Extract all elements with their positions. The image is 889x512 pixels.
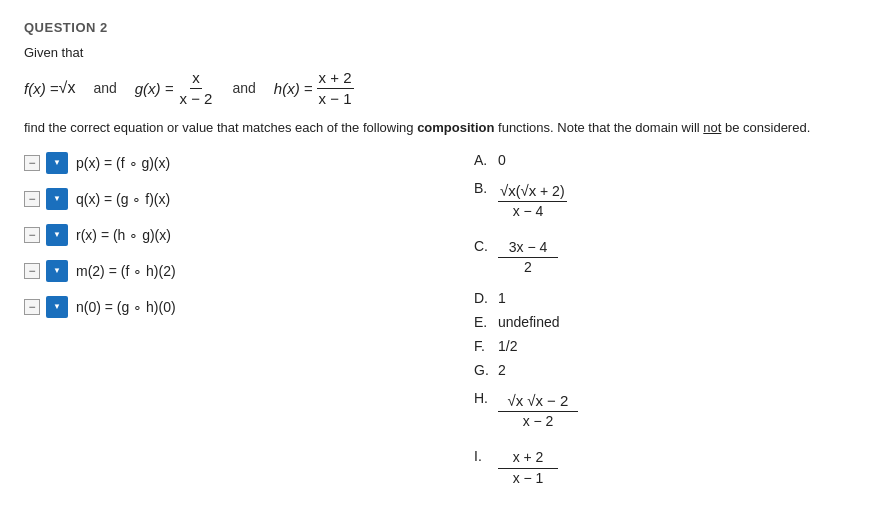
q-label-q: q(x) = (g ∘ f)(x) (76, 191, 170, 207)
answer-letter-i: I. (474, 448, 492, 464)
f-label: f(x) = (24, 80, 59, 97)
h-fraction: x + 2 x − 1 (317, 68, 354, 108)
q-label-n: n(0) = (g ∘ h)(0) (76, 299, 176, 315)
connector1: and (93, 80, 116, 96)
answer-content-b: √x(√x + 2) x − 4 (498, 180, 567, 222)
c-numerator: 3x − 4 (498, 238, 558, 259)
f-function: f(x) = √x (24, 79, 75, 97)
answer-letter-d: D. (474, 290, 492, 306)
question-item-p: − p(x) = (f ∘ g)(x) (24, 152, 444, 174)
minus-btn-p[interactable]: − (24, 155, 40, 171)
minus-btn-r[interactable]: − (24, 227, 40, 243)
question-item-r: − r(x) = (h ∘ g)(x) (24, 224, 444, 246)
drop-btn-q[interactable] (46, 188, 68, 210)
q-label-m: m(2) = (f ∘ h)(2) (76, 263, 176, 279)
answer-d: D. 1 (474, 290, 865, 306)
question-item-m: − m(2) = (f ∘ h)(2) (24, 260, 444, 282)
g-label: g(x) = (135, 80, 174, 97)
h-label: h(x) = (274, 80, 313, 97)
right-panel: A. 0 B. √x(√x + 2) x − 4 C. 3x − 4 2 D. … (444, 152, 865, 499)
question-item-q: − q(x) = (g ∘ f)(x) (24, 188, 444, 210)
instruction: find the correct equation or value that … (24, 118, 865, 138)
minus-btn-m[interactable]: − (24, 263, 40, 279)
connector2: and (232, 80, 255, 96)
answer-letter-b: B. (474, 180, 492, 196)
answer-c: C. 3x − 4 2 (474, 238, 865, 278)
answer-value-a: 0 (498, 152, 506, 168)
answer-content-h: √x √x − 2 x − 2 (498, 390, 578, 432)
answer-value-f: 1/2 (498, 338, 517, 354)
given-that: Given that (24, 45, 865, 60)
q-label-r: r(x) = (h ∘ g)(x) (76, 227, 171, 243)
h-numerator: √x √x − 2 (498, 390, 578, 413)
answer-value-e: undefined (498, 314, 560, 330)
f-sqrt: √x (59, 79, 76, 97)
answer-e: E. undefined (474, 314, 865, 330)
main-layout: − p(x) = (f ∘ g)(x) − q(x) = (g ∘ f)(x) … (24, 152, 865, 499)
g-fraction: x x − 2 (178, 68, 215, 108)
b-denominator: x − 4 (498, 202, 558, 222)
answer-i: I. x + 2 x − 1 (474, 448, 865, 488)
question-item-n: − n(0) = (g ∘ h)(0) (24, 296, 444, 318)
drop-btn-n[interactable] (46, 296, 68, 318)
answer-letter-h: H. (474, 390, 492, 406)
answer-letter-c: C. (474, 238, 492, 254)
answer-letter-e: E. (474, 314, 492, 330)
question-header: QUESTION 2 (24, 20, 865, 35)
functions-row: f(x) = √x and g(x) = x x − 2 and h(x) = … (24, 68, 865, 108)
b-numerator: √x(√x + 2) (498, 180, 567, 203)
answer-b: B. √x(√x + 2) x − 4 (474, 180, 865, 222)
answer-content-c: 3x − 4 2 (498, 238, 558, 278)
h-denominator: x − 1 (317, 89, 354, 109)
answer-letter-f: F. (474, 338, 492, 354)
answer-f: F. 1/2 (474, 338, 865, 354)
answer-g: G. 2 (474, 362, 865, 378)
left-panel: − p(x) = (f ∘ g)(x) − q(x) = (g ∘ f)(x) … (24, 152, 444, 499)
answer-content-i: x + 2 x − 1 (498, 448, 558, 488)
q-label-p: p(x) = (f ∘ g)(x) (76, 155, 170, 171)
answer-h: H. √x √x − 2 x − 2 (474, 390, 865, 432)
minus-btn-q[interactable]: − (24, 191, 40, 207)
g-numerator: x (190, 68, 202, 89)
minus-btn-n[interactable]: − (24, 299, 40, 315)
drop-btn-m[interactable] (46, 260, 68, 282)
drop-btn-r[interactable] (46, 224, 68, 246)
answer-letter-a: A. (474, 152, 492, 168)
answer-letter-g: G. (474, 362, 492, 378)
i-numerator: x + 2 (498, 448, 558, 469)
c-denominator: 2 (498, 258, 558, 278)
h-function: h(x) = x + 2 x − 1 (274, 68, 354, 108)
answer-value-g: 2 (498, 362, 506, 378)
answer-value-d: 1 (498, 290, 506, 306)
g-denominator: x − 2 (178, 89, 215, 109)
drop-btn-p[interactable] (46, 152, 68, 174)
g-function: g(x) = x x − 2 (135, 68, 215, 108)
h-denominator: x − 2 (498, 412, 578, 432)
h-numerator: x + 2 (317, 68, 354, 89)
i-denominator: x − 1 (498, 469, 558, 489)
answer-a: A. 0 (474, 152, 865, 168)
